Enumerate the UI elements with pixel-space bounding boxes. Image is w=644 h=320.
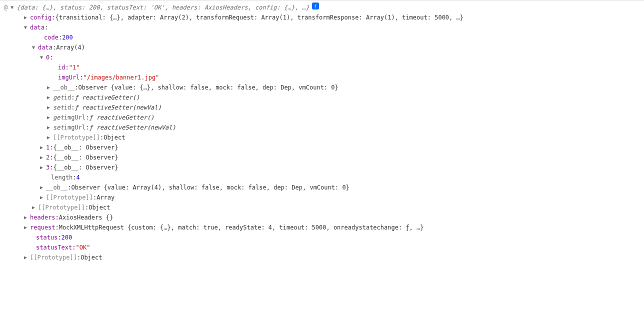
- imgurl-value: "/images/banner1.jpg": [84, 72, 160, 82]
- root-prototype-value: Object: [80, 252, 102, 262]
- accessor-fn: ƒ reactiveGetter(): [74, 92, 140, 102]
- item-index: 0: [46, 52, 50, 62]
- accessor-fn: ƒ reactiveSetter(newVal): [89, 122, 176, 132]
- getter-row[interactable]: ▶ get id: ƒ reactiveGetter(): [4, 92, 640, 102]
- response-header-row[interactable]: @ ▼ {data: {…}, status: 200, statusText:…: [4, 2, 640, 12]
- accessor-prop: imgUrl: [64, 112, 86, 122]
- item-collapsed-row[interactable]: ▶ 1: {__ob__: Observer}: [4, 142, 640, 152]
- expand-arrow-icon[interactable]: ▶: [47, 132, 52, 142]
- outer-prototype-value: Object: [88, 202, 110, 212]
- item-summary: {__ob__: Observer}: [53, 142, 118, 152]
- expand-arrow-icon[interactable]: ▶: [47, 92, 52, 102]
- expand-arrow-icon[interactable]: ▼: [10, 2, 16, 12]
- root-prototype-key: [[Prototype]]: [30, 252, 77, 262]
- status-value: 200: [62, 232, 72, 242]
- expand-arrow-icon[interactable]: ▶: [24, 212, 29, 222]
- length-key: length: [51, 172, 72, 182]
- headers-key: headers: [30, 212, 56, 222]
- expand-arrow-icon[interactable]: ▶: [40, 182, 45, 192]
- item-collapsed-row[interactable]: ▶ 2: {__ob__: Observer}: [4, 152, 640, 162]
- code-row[interactable]: code: 200: [4, 32, 640, 42]
- item-summary: {__ob__: Observer}: [53, 152, 118, 162]
- accessor-prop: imgUrl: [64, 122, 86, 132]
- expand-arrow-icon[interactable]: ▶: [40, 142, 45, 152]
- info-icon[interactable]: i: [312, 2, 319, 10]
- prototype-key: [[Prototype]]: [53, 132, 100, 142]
- statustext-key: statusText: [36, 242, 72, 252]
- config-row[interactable]: ▶ config: {transitional: {…}, adapter: A…: [4, 12, 640, 22]
- outer-prototype-key: [[Prototype]]: [38, 202, 85, 212]
- statustext-row[interactable]: statusText: "OK": [4, 242, 640, 252]
- imgurl-key: imgUrl: [58, 72, 80, 82]
- ob-summary: Observer {value: {…}, shallow: false, mo…: [78, 82, 338, 92]
- accessor-prop: id: [64, 102, 71, 112]
- request-summary: MockXMLHttpRequest {custom: {…}, match: …: [59, 222, 424, 232]
- item-summary: {__ob__: Observer}: [53, 162, 118, 172]
- length-row[interactable]: length: 4: [4, 172, 640, 182]
- expand-arrow-icon[interactable]: ▼: [24, 22, 29, 32]
- accessor-fn: ƒ reactiveGetter(): [89, 112, 154, 122]
- expand-arrow-icon[interactable]: ▶: [47, 122, 52, 132]
- status-key: status: [36, 232, 58, 242]
- response-summary: {data: {…}, status: 200, statusText: 'OK…: [16, 2, 309, 12]
- accessor-kind: get: [53, 92, 64, 102]
- accessor-fn: ƒ reactiveSetter(newVal): [74, 102, 161, 112]
- array-ob-key: __ob__: [46, 182, 68, 192]
- expand-arrow-icon[interactable]: ▼: [40, 52, 45, 62]
- data-array-row[interactable]: ▼ data: Array(4): [4, 42, 640, 52]
- length-value: 4: [76, 172, 80, 182]
- array-prototype-value: Array: [96, 192, 114, 202]
- accessor-prop: id: [64, 92, 71, 102]
- array-prototype-key: [[Prototype]]: [46, 192, 93, 202]
- array-ob-row[interactable]: ▶ __ob__: Observer {value: Array(4), sha…: [4, 182, 640, 192]
- at-symbol: @: [4, 2, 8, 12]
- accessor-kind: set: [53, 102, 64, 112]
- headers-row[interactable]: ▶ headers: AxiosHeaders {}: [4, 212, 640, 222]
- item-index: 3: [46, 162, 50, 172]
- array-ob-summary: Observer {value: Array(4), shallow: fals…: [72, 182, 350, 192]
- config-summary: {transitional: {…}, adapter: Array(2), t…: [56, 12, 464, 22]
- setter-row[interactable]: ▶ set imgUrl: ƒ reactiveSetter(newVal): [4, 122, 640, 132]
- outer-prototype-row[interactable]: ▶ [[Prototype]]: Object: [4, 202, 640, 212]
- expand-arrow-icon[interactable]: ▶: [40, 192, 45, 202]
- id-key: id: [58, 62, 65, 72]
- item-0-row[interactable]: ▼ 0:: [4, 52, 640, 62]
- expand-arrow-icon[interactable]: ▶: [24, 222, 29, 232]
- id-row[interactable]: id: "1": [4, 62, 640, 72]
- getter-row[interactable]: ▶ get imgUrl: ƒ reactiveGetter(): [4, 112, 640, 122]
- id-value: "1": [69, 62, 80, 72]
- expand-arrow-icon[interactable]: ▶: [40, 162, 45, 172]
- item-collapsed-row[interactable]: ▶ 3: {__ob__: Observer}: [4, 162, 640, 172]
- accessor-kind: get: [53, 112, 64, 122]
- array-prototype-row[interactable]: ▶ [[Prototype]]: Array: [4, 192, 640, 202]
- expand-arrow-icon[interactable]: ▶: [32, 202, 37, 212]
- item-index: 2: [46, 152, 50, 162]
- root-prototype-row[interactable]: ▶ [[Prototype]]: Object: [4, 252, 640, 262]
- code-value: 200: [62, 32, 73, 42]
- expand-arrow-icon[interactable]: ▶: [24, 252, 29, 262]
- data-array-type: Array(4): [56, 42, 85, 52]
- request-row[interactable]: ▶ request: MockXMLHttpRequest {custom: {…: [4, 222, 640, 232]
- item-index: 1: [46, 142, 50, 152]
- code-key: code: [44, 32, 58, 42]
- accessor-kind: set: [53, 122, 64, 132]
- request-key: request: [30, 222, 56, 232]
- setter-row[interactable]: ▶ set id: ƒ reactiveSetter(newVal): [4, 102, 640, 112]
- expand-arrow-icon[interactable]: ▶: [40, 152, 45, 162]
- config-key: config: [30, 12, 52, 22]
- imgurl-row[interactable]: imgUrl: "/images/banner1.jpg": [4, 72, 640, 82]
- expand-arrow-icon[interactable]: ▶: [47, 82, 52, 92]
- expand-arrow-icon[interactable]: ▶: [47, 102, 52, 112]
- data-row[interactable]: ▼ data:: [4, 22, 640, 32]
- statustext-value: "OK": [76, 242, 90, 252]
- ob-row[interactable]: ▶ __ob__: Observer {value: {…}, shallow:…: [4, 82, 640, 92]
- data-key: data: [30, 22, 44, 32]
- prototype-row[interactable]: ▶ [[Prototype]]: Object: [4, 132, 640, 142]
- expand-arrow-icon[interactable]: ▼: [32, 42, 37, 52]
- expand-arrow-icon[interactable]: ▶: [24, 12, 29, 22]
- expand-arrow-icon[interactable]: ▶: [47, 112, 52, 122]
- headers-summary: AxiosHeaders {}: [59, 212, 113, 222]
- status-row[interactable]: status: 200: [4, 232, 640, 242]
- data-array-key: data: [38, 42, 52, 52]
- ob-key: __ob__: [53, 82, 74, 92]
